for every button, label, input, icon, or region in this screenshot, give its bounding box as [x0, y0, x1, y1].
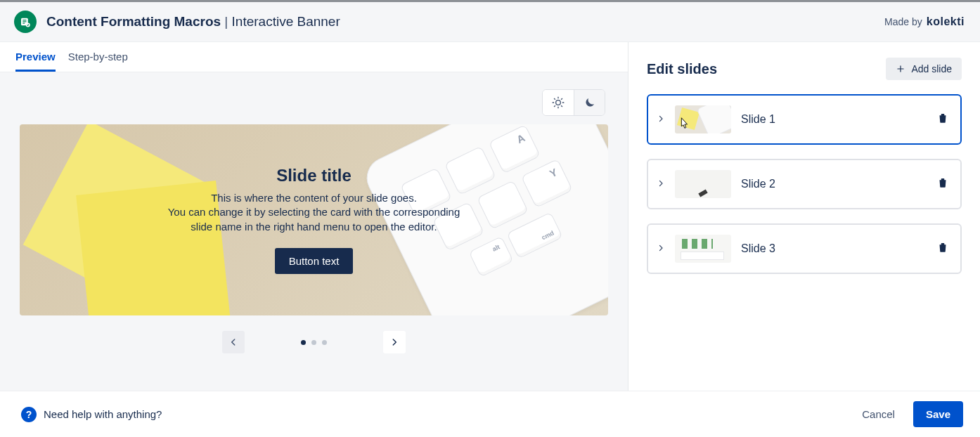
- plus-icon: [896, 64, 905, 74]
- edit-slides-heading: Edit slides: [647, 61, 717, 77]
- svg-rect-2: [22, 21, 26, 22]
- help-icon: ?: [21, 407, 37, 422]
- next-slide-button[interactable]: [383, 331, 406, 353]
- prev-slide-button[interactable]: [222, 331, 245, 353]
- moon-icon: [584, 96, 596, 109]
- cancel-button[interactable]: Cancel: [855, 403, 902, 426]
- sun-icon: [551, 96, 565, 110]
- footer: ? Need help with anything? Cancel Save: [0, 391, 980, 437]
- title-sub: Interactive Banner: [232, 14, 340, 29]
- slide-body: This is where the content of your slide …: [168, 191, 460, 234]
- slide-row-2[interactable]: Slide 2: [647, 159, 962, 209]
- slide-thumbnail: [675, 235, 731, 263]
- brand-logo: kolekti: [927, 15, 965, 28]
- save-button[interactable]: Save: [913, 401, 963, 427]
- made-by: Made by kolekti: [884, 15, 965, 28]
- svg-rect-1: [22, 20, 26, 20]
- svg-rect-3: [22, 23, 25, 24]
- svg-line-10: [554, 98, 555, 100]
- trash-icon: [936, 112, 949, 124]
- svg-line-13: [561, 98, 562, 100]
- pager-dot-2[interactable]: [311, 340, 316, 345]
- pager-dot-3[interactable]: [322, 340, 327, 345]
- pager-dot-1[interactable]: [301, 340, 306, 345]
- slide-name: Slide 2: [741, 178, 927, 190]
- dark-mode-button[interactable]: [574, 90, 605, 115]
- slide-row-1[interactable]: Slide 1: [647, 94, 962, 145]
- slide-preview: A Y altcmd Slide title This is where the…: [20, 124, 608, 315]
- app-logo: [14, 11, 37, 33]
- tab-preview[interactable]: Preview: [15, 51, 56, 72]
- chevron-left-icon: [228, 337, 238, 347]
- chevron-right-icon: [657, 242, 665, 255]
- svg-line-12: [554, 105, 555, 107]
- svg-point-5: [556, 100, 561, 105]
- help-link[interactable]: ? Need help with anything?: [21, 407, 162, 422]
- tab-step-by-step[interactable]: Step-by-step: [68, 51, 128, 72]
- tabs: Preview Step-by-step: [0, 42, 628, 72]
- delete-slide-button[interactable]: [936, 176, 949, 192]
- page-title: Content Formatting Macros | Interactive …: [46, 14, 340, 30]
- chevron-right-icon: [389, 337, 399, 347]
- pager: [20, 331, 608, 353]
- svg-line-11: [561, 105, 562, 107]
- slide-name: Slide 3: [741, 242, 927, 255]
- trash-icon: [936, 241, 949, 254]
- slide-row-3[interactable]: Slide 3: [647, 223, 962, 274]
- chevron-right-icon: [657, 178, 665, 190]
- pager-dots: [301, 340, 327, 345]
- theme-toggle: [542, 89, 605, 116]
- add-slide-button[interactable]: Add slide: [886, 58, 962, 80]
- title-main: Content Formatting Macros: [46, 14, 221, 29]
- slide-name: Slide 1: [741, 113, 927, 126]
- header: Content Formatting Macros | Interactive …: [0, 2, 980, 42]
- chevron-right-icon: [657, 113, 665, 126]
- slide-thumbnail: [675, 105, 731, 133]
- slide-cta-button[interactable]: Button text: [275, 248, 354, 274]
- delete-slide-button[interactable]: [936, 112, 949, 127]
- slide-thumbnail: [675, 170, 731, 198]
- light-mode-button[interactable]: [543, 90, 574, 115]
- delete-slide-button[interactable]: [936, 241, 949, 256]
- slide-title: Slide title: [168, 166, 460, 185]
- trash-icon: [936, 176, 949, 189]
